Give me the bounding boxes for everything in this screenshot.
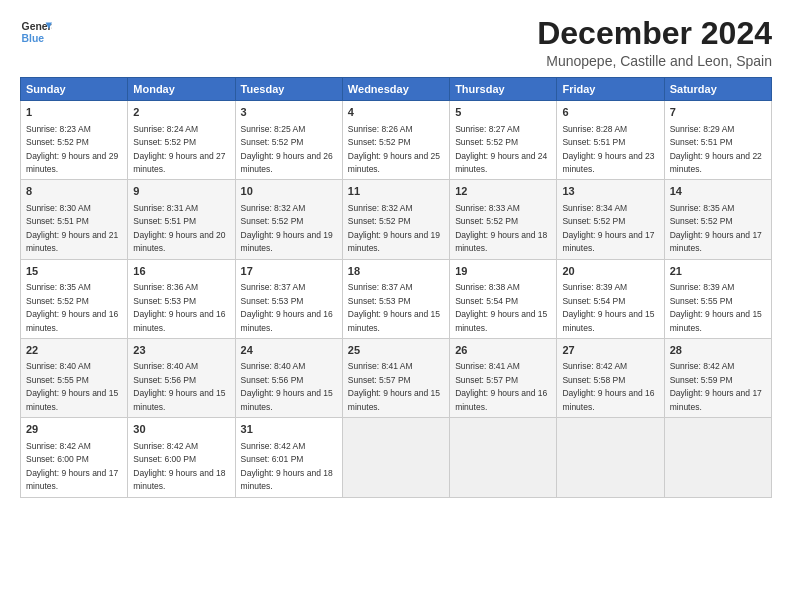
- day-number: 18: [348, 264, 444, 279]
- day-number: 4: [348, 105, 444, 120]
- col-sunday: Sunday: [21, 78, 128, 101]
- week-row-1: 1Sunrise: 8:23 AMSunset: 5:52 PMDaylight…: [21, 101, 772, 180]
- day-number: 31: [241, 422, 337, 437]
- day-info: Sunrise: 8:42 AMSunset: 6:00 PMDaylight:…: [133, 441, 225, 491]
- day-number: 5: [455, 105, 551, 120]
- calendar-cell: 26Sunrise: 8:41 AMSunset: 5:57 PMDayligh…: [450, 338, 557, 417]
- day-info: Sunrise: 8:34 AMSunset: 5:52 PMDaylight:…: [562, 203, 654, 253]
- calendar-cell: 24Sunrise: 8:40 AMSunset: 5:56 PMDayligh…: [235, 338, 342, 417]
- day-info: Sunrise: 8:42 AMSunset: 5:58 PMDaylight:…: [562, 361, 654, 411]
- col-saturday: Saturday: [664, 78, 771, 101]
- day-number: 19: [455, 264, 551, 279]
- day-info: Sunrise: 8:24 AMSunset: 5:52 PMDaylight:…: [133, 124, 225, 174]
- day-info: Sunrise: 8:29 AMSunset: 5:51 PMDaylight:…: [670, 124, 762, 174]
- day-info: Sunrise: 8:39 AMSunset: 5:55 PMDaylight:…: [670, 282, 762, 332]
- day-info: Sunrise: 8:32 AMSunset: 5:52 PMDaylight:…: [348, 203, 440, 253]
- day-info: Sunrise: 8:41 AMSunset: 5:57 PMDaylight:…: [455, 361, 547, 411]
- calendar-cell: 21Sunrise: 8:39 AMSunset: 5:55 PMDayligh…: [664, 259, 771, 338]
- day-number: 15: [26, 264, 122, 279]
- calendar-cell: 16Sunrise: 8:36 AMSunset: 5:53 PMDayligh…: [128, 259, 235, 338]
- day-number: 10: [241, 184, 337, 199]
- calendar-cell: 17Sunrise: 8:37 AMSunset: 5:53 PMDayligh…: [235, 259, 342, 338]
- col-tuesday: Tuesday: [235, 78, 342, 101]
- calendar-cell: 11Sunrise: 8:32 AMSunset: 5:52 PMDayligh…: [342, 180, 449, 259]
- calendar-cell: [664, 418, 771, 497]
- calendar-cell: 10Sunrise: 8:32 AMSunset: 5:52 PMDayligh…: [235, 180, 342, 259]
- calendar-cell: 19Sunrise: 8:38 AMSunset: 5:54 PMDayligh…: [450, 259, 557, 338]
- day-info: Sunrise: 8:35 AMSunset: 5:52 PMDaylight:…: [670, 203, 762, 253]
- calendar-cell: 13Sunrise: 8:34 AMSunset: 5:52 PMDayligh…: [557, 180, 664, 259]
- day-number: 23: [133, 343, 229, 358]
- day-number: 13: [562, 184, 658, 199]
- day-info: Sunrise: 8:26 AMSunset: 5:52 PMDaylight:…: [348, 124, 440, 174]
- day-info: Sunrise: 8:40 AMSunset: 5:56 PMDaylight:…: [241, 361, 333, 411]
- day-info: Sunrise: 8:35 AMSunset: 5:52 PMDaylight:…: [26, 282, 118, 332]
- day-info: Sunrise: 8:42 AMSunset: 6:00 PMDaylight:…: [26, 441, 118, 491]
- day-number: 1: [26, 105, 122, 120]
- main-title: December 2024: [537, 16, 772, 51]
- calendar-cell: 7Sunrise: 8:29 AMSunset: 5:51 PMDaylight…: [664, 101, 771, 180]
- day-info: Sunrise: 8:31 AMSunset: 5:51 PMDaylight:…: [133, 203, 225, 253]
- page: General Blue December 2024 Munopepe, Cas…: [0, 0, 792, 612]
- calendar-cell: 12Sunrise: 8:33 AMSunset: 5:52 PMDayligh…: [450, 180, 557, 259]
- day-number: 22: [26, 343, 122, 358]
- col-thursday: Thursday: [450, 78, 557, 101]
- header-row: Sunday Monday Tuesday Wednesday Thursday…: [21, 78, 772, 101]
- calendar-cell: 3Sunrise: 8:25 AMSunset: 5:52 PMDaylight…: [235, 101, 342, 180]
- title-block: December 2024 Munopepe, Castille and Leo…: [537, 16, 772, 69]
- day-number: 24: [241, 343, 337, 358]
- day-number: 28: [670, 343, 766, 358]
- day-info: Sunrise: 8:36 AMSunset: 5:53 PMDaylight:…: [133, 282, 225, 332]
- day-number: 20: [562, 264, 658, 279]
- calendar-cell: 6Sunrise: 8:28 AMSunset: 5:51 PMDaylight…: [557, 101, 664, 180]
- calendar-table: Sunday Monday Tuesday Wednesday Thursday…: [20, 77, 772, 497]
- day-number: 14: [670, 184, 766, 199]
- logo: General Blue: [20, 16, 52, 48]
- calendar-cell: 31Sunrise: 8:42 AMSunset: 6:01 PMDayligh…: [235, 418, 342, 497]
- day-number: 3: [241, 105, 337, 120]
- day-number: 7: [670, 105, 766, 120]
- calendar-cell: [557, 418, 664, 497]
- day-info: Sunrise: 8:32 AMSunset: 5:52 PMDaylight:…: [241, 203, 333, 253]
- day-info: Sunrise: 8:37 AMSunset: 5:53 PMDaylight:…: [348, 282, 440, 332]
- calendar-cell: 20Sunrise: 8:39 AMSunset: 5:54 PMDayligh…: [557, 259, 664, 338]
- calendar-cell: 8Sunrise: 8:30 AMSunset: 5:51 PMDaylight…: [21, 180, 128, 259]
- day-info: Sunrise: 8:25 AMSunset: 5:52 PMDaylight:…: [241, 124, 333, 174]
- day-info: Sunrise: 8:27 AMSunset: 5:52 PMDaylight:…: [455, 124, 547, 174]
- day-number: 30: [133, 422, 229, 437]
- day-info: Sunrise: 8:41 AMSunset: 5:57 PMDaylight:…: [348, 361, 440, 411]
- day-number: 6: [562, 105, 658, 120]
- day-number: 29: [26, 422, 122, 437]
- day-number: 25: [348, 343, 444, 358]
- header: General Blue December 2024 Munopepe, Cas…: [20, 16, 772, 69]
- week-row-5: 29Sunrise: 8:42 AMSunset: 6:00 PMDayligh…: [21, 418, 772, 497]
- week-row-4: 22Sunrise: 8:40 AMSunset: 5:55 PMDayligh…: [21, 338, 772, 417]
- calendar-cell: 9Sunrise: 8:31 AMSunset: 5:51 PMDaylight…: [128, 180, 235, 259]
- calendar-cell: 22Sunrise: 8:40 AMSunset: 5:55 PMDayligh…: [21, 338, 128, 417]
- calendar-cell: 23Sunrise: 8:40 AMSunset: 5:56 PMDayligh…: [128, 338, 235, 417]
- calendar-cell: 28Sunrise: 8:42 AMSunset: 5:59 PMDayligh…: [664, 338, 771, 417]
- week-row-2: 8Sunrise: 8:30 AMSunset: 5:51 PMDaylight…: [21, 180, 772, 259]
- day-number: 12: [455, 184, 551, 199]
- calendar-cell: 5Sunrise: 8:27 AMSunset: 5:52 PMDaylight…: [450, 101, 557, 180]
- day-info: Sunrise: 8:37 AMSunset: 5:53 PMDaylight:…: [241, 282, 333, 332]
- calendar-cell: 4Sunrise: 8:26 AMSunset: 5:52 PMDaylight…: [342, 101, 449, 180]
- day-info: Sunrise: 8:40 AMSunset: 5:55 PMDaylight:…: [26, 361, 118, 411]
- col-friday: Friday: [557, 78, 664, 101]
- day-info: Sunrise: 8:42 AMSunset: 6:01 PMDaylight:…: [241, 441, 333, 491]
- calendar-cell: [450, 418, 557, 497]
- calendar-cell: 15Sunrise: 8:35 AMSunset: 5:52 PMDayligh…: [21, 259, 128, 338]
- day-number: 16: [133, 264, 229, 279]
- svg-text:Blue: Blue: [22, 33, 45, 44]
- day-info: Sunrise: 8:42 AMSunset: 5:59 PMDaylight:…: [670, 361, 762, 411]
- week-row-3: 15Sunrise: 8:35 AMSunset: 5:52 PMDayligh…: [21, 259, 772, 338]
- col-wednesday: Wednesday: [342, 78, 449, 101]
- day-info: Sunrise: 8:30 AMSunset: 5:51 PMDaylight:…: [26, 203, 118, 253]
- col-monday: Monday: [128, 78, 235, 101]
- day-info: Sunrise: 8:23 AMSunset: 5:52 PMDaylight:…: [26, 124, 118, 174]
- calendar-cell: 25Sunrise: 8:41 AMSunset: 5:57 PMDayligh…: [342, 338, 449, 417]
- day-number: 9: [133, 184, 229, 199]
- day-number: 21: [670, 264, 766, 279]
- calendar-cell: 2Sunrise: 8:24 AMSunset: 5:52 PMDaylight…: [128, 101, 235, 180]
- day-info: Sunrise: 8:33 AMSunset: 5:52 PMDaylight:…: [455, 203, 547, 253]
